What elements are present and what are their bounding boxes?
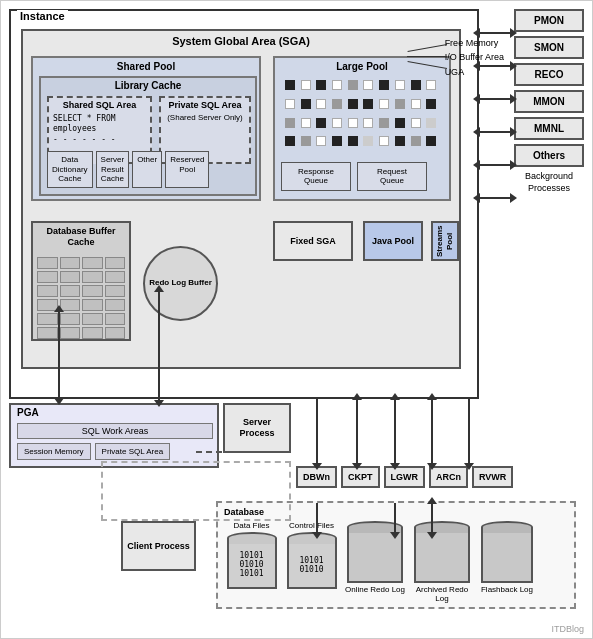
fixed-sga-label: Fixed SGA <box>290 236 336 247</box>
arrow-arcn-down <box>431 399 433 464</box>
buffer-cache-box: Database Buffer Cache <box>31 221 131 341</box>
java-pool-box: Java Pool <box>363 221 423 261</box>
other-box: Other <box>132 151 162 188</box>
reco-box: RECO <box>514 63 584 86</box>
request-queue: Request Queue <box>357 162 427 191</box>
server-process-label: Server Process <box>225 417 289 439</box>
java-pool-label: Java Pool <box>372 236 414 247</box>
private-sql-label: Private SQL Area <box>161 98 249 113</box>
large-pool-label: Large Pool <box>336 61 388 72</box>
instance-label: Instance <box>17 10 68 22</box>
arrow-buffer-up <box>58 311 60 399</box>
queue-row: Response Queue Request Queue <box>281 162 427 191</box>
arrow-ckpt-down <box>356 399 358 464</box>
data-dictionary-cache: DataDictionaryCache <box>47 151 93 188</box>
server-process-box: Server Process <box>223 403 291 453</box>
sql-code: SELECT * FROM employees - - - - - - - <box>49 112 150 147</box>
private-sql-sublabel: (Shared Server Only) <box>161 113 249 122</box>
arrow-dbwn-db <box>316 503 318 533</box>
buffer-grid <box>33 253 129 343</box>
rvwr-box: RVWR <box>472 466 513 488</box>
arrow-pmon <box>479 32 511 34</box>
shared-pool-box: Shared Pool Library Cache Shared SQL Are… <box>31 56 261 201</box>
session-memory: Session Memory <box>17 443 91 460</box>
sql-work-areas: SQL Work Areas <box>17 423 213 439</box>
pga-bottom-row: Session Memory Private SQL Area <box>17 443 170 460</box>
client-process-box: Client Process <box>121 521 196 571</box>
smon-box: SMON <box>514 36 584 59</box>
mmnl-box: MMNL <box>514 117 584 140</box>
arrow-dbwn-down <box>316 399 318 464</box>
arrow-lgwr-db <box>394 503 396 533</box>
dots-area <box>281 76 443 156</box>
arrow-rvwr-down <box>468 399 470 464</box>
arrow-client-server <box>196 451 222 453</box>
redo-log-box: Redo Log Buffer <box>143 246 218 321</box>
data-files: Data Files 101010101010101 <box>224 521 279 589</box>
streams-pool-label: Streams Pool <box>435 223 454 259</box>
arrow-lgwr-down <box>394 399 396 464</box>
mmon-box: MMON <box>514 90 584 113</box>
pga-label: PGA <box>17 407 39 418</box>
arrow-arcn-db <box>431 503 433 533</box>
shared-pool-label: Shared Pool <box>117 61 175 72</box>
annotation-line-2 <box>407 56 447 57</box>
reserved-pool: ReservedPool <box>165 151 209 188</box>
diagram-container: Instance System Global Area (SGA) Shared… <box>0 0 593 639</box>
server-result-cache: ServerResultCache <box>96 151 130 188</box>
private-sql-area-pga: Private SQL Area <box>95 443 171 460</box>
buffer-cache-label: Database Buffer Cache <box>33 223 129 251</box>
background-processes-area: PMON SMON RECO MMON MMNL Others Backgrou… <box>514 9 584 194</box>
library-cache-label: Library Cache <box>115 80 182 91</box>
arrow-reco <box>479 98 511 100</box>
streams-pool-box: Streams Pool <box>431 221 459 261</box>
free-memory-labels: Free Memory I/O Buffer Area UGA <box>445 36 504 79</box>
arrow-mmnl <box>479 164 511 166</box>
client-process-label: Client Process <box>127 541 190 552</box>
bottom-processes: DBWn CKPT LGWR ARCn RVWR <box>296 466 513 488</box>
watermark: ITDBlog <box>551 624 584 634</box>
arrow-redo-down <box>158 291 160 401</box>
dashed-boundary <box>101 461 291 521</box>
others-box: Others <box>514 144 584 167</box>
background-processes-label: Background Processes <box>514 171 584 194</box>
small-boxes-row: DataDictionaryCache ServerResultCache Ot… <box>47 151 209 188</box>
arrow-smon <box>479 65 511 67</box>
flashback-log: Flashback Log <box>478 521 536 594</box>
sga-label: System Global Area (SGA) <box>172 35 310 47</box>
archived-redo-log: Archived Redo Log <box>411 521 473 603</box>
sga-box: System Global Area (SGA) Shared Pool Lib… <box>21 29 461 369</box>
large-pool-box: Large Pool Re <box>273 56 451 201</box>
arrow-others <box>479 197 511 199</box>
arrow-mmon <box>479 131 511 133</box>
pga-box: PGA SQL Work Areas Session Memory Privat… <box>9 403 219 468</box>
library-cache-box: Library Cache Shared SQL Area SELECT * F… <box>39 76 257 196</box>
response-queue: Response Queue <box>281 162 351 191</box>
instance-box: Instance System Global Area (SGA) Shared… <box>9 9 479 399</box>
pmon-box: PMON <box>514 9 584 32</box>
fixed-sga-box: Fixed SGA <box>273 221 353 261</box>
shared-sql-label: Shared SQL Area <box>49 98 150 112</box>
